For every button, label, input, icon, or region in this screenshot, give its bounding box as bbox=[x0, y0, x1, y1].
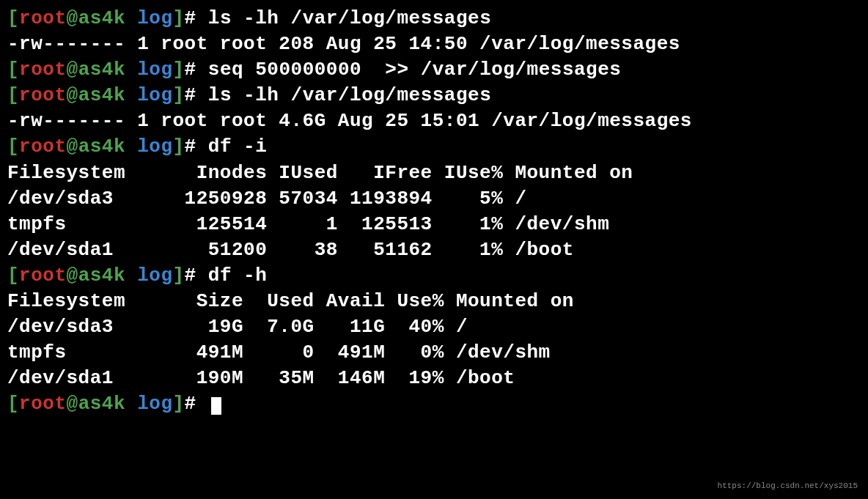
prompt-space bbox=[125, 265, 137, 287]
command-text bbox=[196, 393, 208, 415]
prompt-dir: log bbox=[137, 136, 172, 158]
output-line: /dev/sda1 190M 35M 146M 19% /boot bbox=[7, 366, 861, 391]
prompt-space bbox=[125, 84, 137, 106]
prompt-open: [ bbox=[7, 265, 19, 287]
output-text: -rw------- 1 root root 208 Aug 25 14:50 … bbox=[7, 33, 680, 55]
prompt-user: root bbox=[19, 7, 66, 29]
prompt-dir: log bbox=[137, 59, 172, 81]
prompt-hash: # bbox=[185, 393, 196, 415]
prompt-user: root bbox=[19, 265, 66, 287]
prompt-open: [ bbox=[7, 7, 19, 29]
output-line: tmpfs 125514 1 125513 1% /dev/shm bbox=[7, 212, 861, 237]
prompt-at: @ bbox=[67, 59, 78, 81]
prompt-at: @ bbox=[67, 265, 78, 287]
prompt-host: as4k bbox=[78, 265, 125, 287]
command-text: seq 500000000 >> /var/log/messages bbox=[196, 59, 622, 81]
output-text: tmpfs 125514 1 125513 1% /dev/shm bbox=[7, 213, 609, 235]
prompt-close: ] bbox=[172, 7, 184, 29]
command-text: df -h bbox=[196, 265, 268, 287]
prompt-user: root bbox=[19, 136, 66, 158]
prompt-close: ] bbox=[172, 84, 184, 106]
prompt-space bbox=[125, 7, 137, 29]
output-text: /dev/sda3 1250928 57034 1193894 5% / bbox=[7, 188, 527, 210]
prompt-line: [root@as4k log]# df -h bbox=[7, 263, 861, 289]
prompt-hash: # bbox=[185, 7, 196, 29]
prompt-at: @ bbox=[67, 393, 78, 415]
prompt-hash: # bbox=[185, 265, 196, 287]
prompt-dir: log bbox=[137, 84, 172, 106]
output-line: /dev/sda1 51200 38 51162 1% /boot bbox=[7, 237, 861, 263]
output-line: /dev/sda3 1250928 57034 1193894 5% / bbox=[7, 186, 861, 212]
prompt-host: as4k bbox=[78, 136, 125, 158]
prompt-user: root bbox=[19, 84, 66, 106]
prompt-close: ] bbox=[172, 393, 184, 415]
output-text: /dev/sda1 51200 38 51162 1% /boot bbox=[7, 239, 574, 261]
prompt-line: [root@as4k log]# seq 500000000 >> /var/l… bbox=[7, 57, 861, 83]
prompt-line: [root@as4k log]# df -i bbox=[7, 134, 861, 160]
prompt-hash: # bbox=[185, 84, 196, 106]
output-text: /dev/sda3 19G 7.0G 11G 40% / bbox=[7, 316, 468, 338]
output-text: Filesystem Inodes IUsed IFree IUse% Moun… bbox=[7, 162, 633, 184]
prompt-host: as4k bbox=[78, 7, 125, 29]
output-line: /dev/sda3 19G 7.0G 11G 40% / bbox=[7, 314, 861, 340]
output-text: Filesystem Size Used Avail Use% Mounted … bbox=[7, 290, 574, 312]
prompt-space bbox=[125, 393, 137, 415]
watermark: https://blog.csdn.net/xys2015 bbox=[718, 481, 858, 492]
command-text: ls -lh /var/log/messages bbox=[196, 84, 492, 106]
prompt-space bbox=[125, 59, 137, 81]
prompt-close: ] bbox=[172, 59, 184, 81]
prompt-open: [ bbox=[7, 84, 19, 106]
output-line: Filesystem Size Used Avail Use% Mounted … bbox=[7, 289, 861, 314]
prompt-close: ] bbox=[172, 265, 184, 287]
prompt-hash: # bbox=[185, 136, 196, 158]
prompt-line: [root@as4k log]# ls -lh /var/log/message… bbox=[7, 6, 861, 32]
prompt-host: as4k bbox=[78, 59, 125, 81]
output-text: /dev/sda1 190M 35M 146M 19% /boot bbox=[7, 367, 515, 389]
prompt-dir: log bbox=[137, 7, 172, 29]
prompt-user: root bbox=[19, 393, 66, 415]
prompt-user: root bbox=[19, 59, 66, 81]
command-text: ls -lh /var/log/messages bbox=[196, 7, 492, 29]
output-line: -rw------- 1 root root 4.6G Aug 25 15:01… bbox=[7, 108, 861, 134]
output-line: tmpfs 491M 0 491M 0% /dev/shm bbox=[7, 340, 861, 366]
prompt-at: @ bbox=[67, 7, 78, 29]
prompt-dir: log bbox=[137, 393, 172, 415]
output-text: tmpfs 491M 0 491M 0% /dev/shm bbox=[7, 341, 551, 363]
output-line: Filesystem Inodes IUsed IFree IUse% Moun… bbox=[7, 160, 861, 186]
prompt-at: @ bbox=[67, 136, 78, 158]
prompt-hash: # bbox=[185, 59, 196, 81]
prompt-dir: log bbox=[137, 265, 172, 287]
prompt-at: @ bbox=[67, 84, 78, 106]
prompt-line: [root@as4k log]# ls -lh /var/log/message… bbox=[7, 83, 861, 108]
prompt-close: ] bbox=[172, 136, 184, 158]
output-text: -rw------- 1 root root 4.6G Aug 25 15:01… bbox=[7, 110, 692, 132]
prompt-open: [ bbox=[7, 59, 19, 81]
terminal[interactable]: [root@as4k log]# ls -lh /var/log/message… bbox=[7, 6, 861, 418]
command-text: df -i bbox=[196, 136, 268, 158]
prompt-line: [root@as4k log]# bbox=[7, 391, 861, 417]
output-line: -rw------- 1 root root 208 Aug 25 14:50 … bbox=[7, 32, 861, 57]
prompt-host: as4k bbox=[78, 393, 125, 415]
prompt-space bbox=[125, 136, 137, 158]
prompt-open: [ bbox=[7, 393, 19, 415]
prompt-host: as4k bbox=[78, 84, 125, 106]
prompt-open: [ bbox=[7, 136, 19, 158]
cursor bbox=[211, 397, 221, 415]
